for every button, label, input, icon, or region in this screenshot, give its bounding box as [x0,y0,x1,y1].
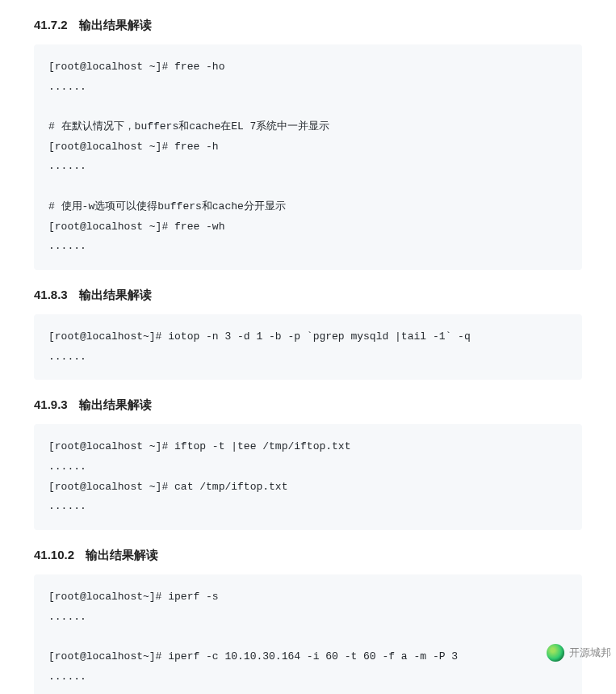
section-number: 41.7.2 [34,18,68,32]
code-block-iftop: [root@localhost ~]# iftop -t |tee /tmp/i… [34,424,582,530]
section-heading-41-7-2: 41.7.2 输出结果解读 [34,18,582,33]
section-heading-41-8-3: 41.8.3 输出结果解读 [34,288,582,303]
section-title: 输出结果解读 [79,18,152,32]
section-number: 41.8.3 [34,288,68,301]
section-title: 输出结果解读 [79,397,152,411]
section-title: 输出结果解读 [79,288,152,301]
section-number: 41.9.3 [34,397,68,411]
code-block-free: [root@localhost ~]# free -ho ...... # 在默… [34,44,582,270]
section-title: 输出结果解读 [86,548,158,562]
section-heading-41-10-2: 41.10.2 输出结果解读 [34,548,582,563]
document-page: 41.7.2 输出结果解读 [root@localhost ~]# free -… [0,18,616,694]
code-block-iperf: [root@localhost~]# iperf -s ...... [root… [34,574,582,694]
code-block-iotop: [root@localhost~]# iotop -n 3 -d 1 -b -p… [34,314,582,380]
section-heading-41-9-3: 41.9.3 输出结果解读 [34,397,582,413]
section-number: 41.10.2 [34,548,74,562]
